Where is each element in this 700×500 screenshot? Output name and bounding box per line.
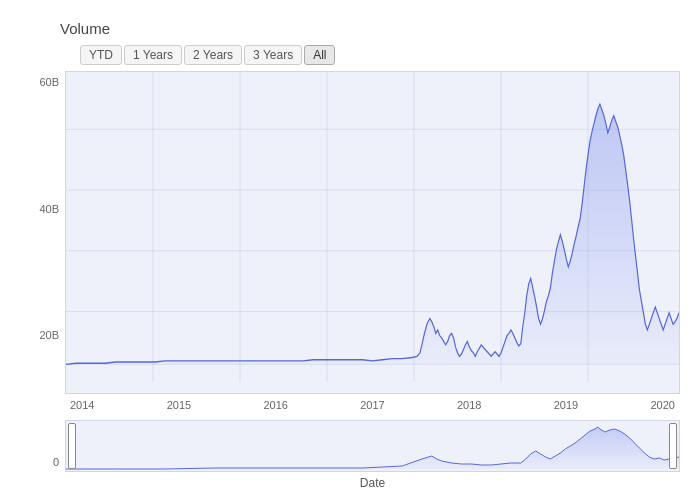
mini-chart-svg xyxy=(66,421,679,471)
btn-2y[interactable]: 2 Years xyxy=(184,45,242,65)
y-label-60b: 60B xyxy=(39,76,59,88)
x-label-2015: 2015 xyxy=(167,399,191,411)
main-container: Volume YTD 1 Years 2 Years 3 Years All 6… xyxy=(0,0,700,500)
x-axis: 2014 2015 2016 2017 2018 2019 2020 xyxy=(65,394,680,416)
x-label-2017: 2017 xyxy=(360,399,384,411)
btn-1y[interactable]: 1 Years xyxy=(124,45,182,65)
main-chart[interactable] xyxy=(65,71,680,394)
y-label-20b: 20B xyxy=(39,329,59,341)
main-chart-svg xyxy=(66,72,679,393)
x-label-2016: 2016 xyxy=(264,399,288,411)
x-label-2018: 2018 xyxy=(457,399,481,411)
x-label-2019: 2019 xyxy=(554,399,578,411)
date-axis-label: Date xyxy=(65,476,680,490)
range-handle-right[interactable] xyxy=(669,423,677,469)
x-label-2020: 2020 xyxy=(651,399,675,411)
range-handle-left[interactable] xyxy=(68,423,76,469)
btn-all[interactable]: All xyxy=(304,45,335,65)
chart-title: Volume xyxy=(60,20,680,37)
y-label-0: 0 xyxy=(53,456,59,468)
btn-3y[interactable]: 3 Years xyxy=(244,45,302,65)
btn-ytd[interactable]: YTD xyxy=(80,45,122,65)
x-label-2014: 2014 xyxy=(70,399,94,411)
time-filter-bar: YTD 1 Years 2 Years 3 Years All xyxy=(80,45,680,65)
chart-right: 2014 2015 2016 2017 2018 2019 2020 xyxy=(65,71,680,490)
range-selector[interactable] xyxy=(65,420,680,472)
y-label-40b: 40B xyxy=(39,203,59,215)
y-axis: 60B 40B 20B 0 xyxy=(20,71,65,490)
chart-area: 60B 40B 20B 0 xyxy=(20,71,680,490)
